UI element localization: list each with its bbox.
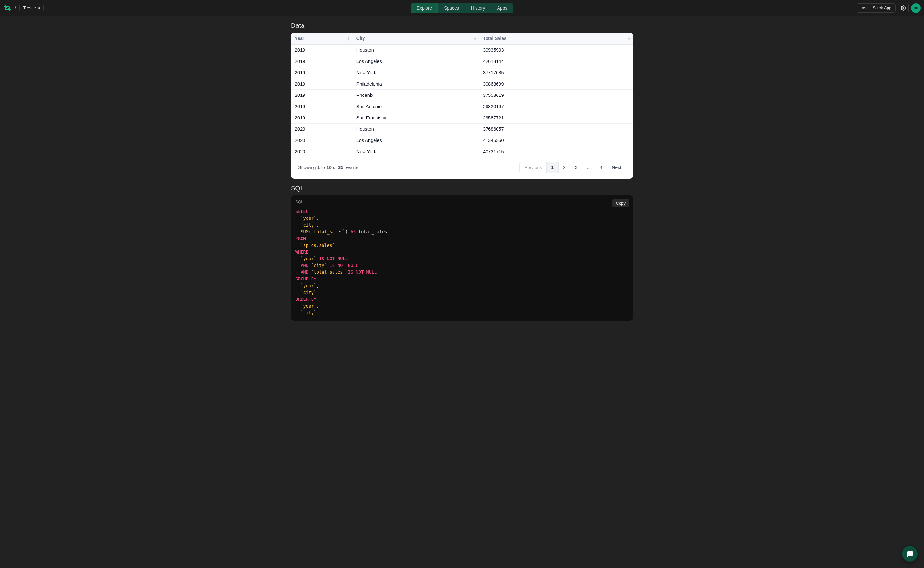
breadcrumb-separator: / xyxy=(15,5,16,11)
data-section-title: Data xyxy=(291,22,633,29)
cell-city: New York xyxy=(352,67,479,79)
svg-point-0 xyxy=(903,8,904,9)
table-row: 2020Houston37686057 xyxy=(291,124,633,135)
results-summary: Showing 1 to 10 of 35 results xyxy=(298,165,358,170)
topbar-left: / Trestle ▴▾ xyxy=(3,3,44,12)
table-row: 2019New York37717085 xyxy=(291,67,633,79)
cell-total_sales: 37686057 xyxy=(479,124,633,135)
sort-icon[interactable]: ▴▾ xyxy=(474,37,476,40)
cell-year: 2020 xyxy=(291,146,352,157)
page-1[interactable]: 1 xyxy=(547,162,558,173)
column-header-city[interactable]: City▴▾ xyxy=(352,33,479,45)
cell-total_sales: 39935903 xyxy=(479,45,633,56)
table-row: 2019San Francisco29587721 xyxy=(291,112,633,124)
paginator: Previous123...4Next xyxy=(519,162,626,173)
table-row: 2019San Antonio29820197 xyxy=(291,101,633,112)
cell-year: 2019 xyxy=(291,90,352,101)
cell-year: 2020 xyxy=(291,135,352,146)
gear-icon xyxy=(901,6,906,11)
sort-icon[interactable]: ▴▾ xyxy=(348,37,349,40)
nav-tab-spaces[interactable]: Spaces xyxy=(438,3,465,13)
cell-total_sales: 29587721 xyxy=(479,112,633,124)
workspace-selector[interactable]: Trestle ▴▾ xyxy=(20,3,43,12)
cell-city: Los Angeles xyxy=(352,135,479,146)
cell-year: 2019 xyxy=(291,101,352,112)
table-row: 2020New York40731715 xyxy=(291,146,633,157)
cell-year: 2020 xyxy=(291,124,352,135)
topbar-right: Install Slack App BC xyxy=(856,3,921,13)
cell-city: Houston xyxy=(352,45,479,56)
cell-city: San Antonio xyxy=(352,101,479,112)
avatar[interactable]: BC xyxy=(911,3,921,13)
table-row: 2019Philadelphia30868699 xyxy=(291,79,633,90)
page-3[interactable]: 3 xyxy=(570,162,582,173)
nav-tab-apps[interactable]: Apps xyxy=(491,3,513,13)
logo-icon[interactable] xyxy=(3,4,12,12)
sort-icon[interactable]: ▴▾ xyxy=(628,37,630,40)
table-row: 2019Los Angeles42618144 xyxy=(291,56,633,67)
page-2[interactable]: 2 xyxy=(558,162,570,173)
column-header-total-sales[interactable]: Total Sales▴▾ xyxy=(479,33,633,45)
cell-city: Phoenix xyxy=(352,90,479,101)
page-next[interactable]: Next xyxy=(607,162,626,173)
cell-city: New York xyxy=(352,146,479,157)
sql-section-title: SQL xyxy=(291,184,633,192)
cell-city: San Francisco xyxy=(352,112,479,124)
nav-tab-history[interactable]: History xyxy=(465,3,491,13)
data-card: Year▴▾City▴▾Total Sales▴▾ 2019Houston399… xyxy=(291,33,633,179)
cell-city: Los Angeles xyxy=(352,56,479,67)
table-row: 2020Los Angeles41345360 xyxy=(291,135,633,146)
cell-total_sales: 41345360 xyxy=(479,135,633,146)
cell-total_sales: 29820197 xyxy=(479,101,633,112)
cell-total_sales: 40731715 xyxy=(479,146,633,157)
cell-year: 2019 xyxy=(291,45,352,56)
cell-year: 2019 xyxy=(291,56,352,67)
cell-total_sales: 37558619 xyxy=(479,90,633,101)
sql-card: SQL Copy SELECT `year`, `city`, SUM(`tot… xyxy=(291,195,633,321)
column-header-year[interactable]: Year▴▾ xyxy=(291,33,352,45)
table-footer: Showing 1 to 10 of 35 results Previous12… xyxy=(291,157,633,179)
page-ellipsis: ... xyxy=(582,162,596,173)
chat-launcher[interactable] xyxy=(902,546,918,562)
data-table: Year▴▾City▴▾Total Sales▴▾ 2019Houston399… xyxy=(291,33,633,157)
cell-year: 2019 xyxy=(291,112,352,124)
nav-tab-explore[interactable]: Explore xyxy=(411,3,438,13)
install-slack-button[interactable]: Install Slack App xyxy=(856,3,895,13)
nav-tabs: ExploreSpacesHistoryApps xyxy=(411,3,513,13)
page-previous[interactable]: Previous xyxy=(520,162,547,173)
cell-total_sales: 30868699 xyxy=(479,79,633,90)
page-4[interactable]: 4 xyxy=(595,162,607,173)
main: Data Year▴▾City▴▾Total Sales▴▾ 2019Houst… xyxy=(0,16,924,568)
sql-language-label: SQL xyxy=(295,200,629,204)
cell-year: 2019 xyxy=(291,67,352,79)
chat-icon xyxy=(906,550,914,558)
cell-year: 2019 xyxy=(291,79,352,90)
cell-total_sales: 42618144 xyxy=(479,56,633,67)
sql-code[interactable]: SELECT `year`, `city`, SUM(`total_sales`… xyxy=(295,208,629,316)
table-row: 2019Houston39935903 xyxy=(291,45,633,56)
copy-button[interactable]: Copy xyxy=(612,199,629,207)
cell-city: Philadelphia xyxy=(352,79,479,90)
chevron-updown-icon: ▴▾ xyxy=(38,6,40,9)
topbar: / Trestle ▴▾ ExploreSpacesHistoryApps In… xyxy=(0,0,924,16)
cell-total_sales: 37717085 xyxy=(479,67,633,79)
cell-city: Houston xyxy=(352,124,479,135)
table-row: 2019Phoenix37558619 xyxy=(291,90,633,101)
settings-button[interactable] xyxy=(898,3,909,13)
workspace-name: Trestle xyxy=(23,6,36,10)
